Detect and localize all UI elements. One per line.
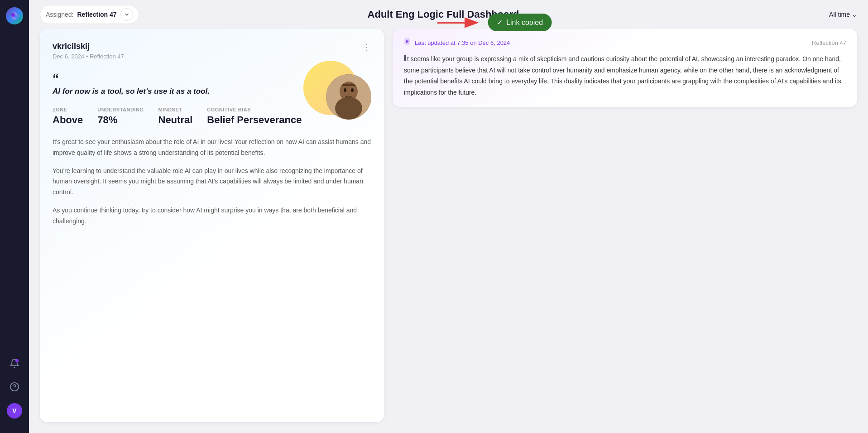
card-date: Dec 6, 2024 <box>53 53 84 60</box>
doc-icon <box>404 38 411 47</box>
last-updated: Last updated at 7:35 on Dec 6, 2024 <box>415 39 510 46</box>
cognitive-bias-value: Belief Perseverance <box>207 114 302 126</box>
understanding-label: UNDERSTANDING <box>97 107 144 112</box>
check-icon: ✓ <box>497 18 503 27</box>
cognitive-bias-label: COGNITIVE BIAS <box>207 107 302 112</box>
feedback-p1: It's great to see your enthusiasm about … <box>53 137 371 159</box>
card-header: vkricilskij Dec 6, 2024 • Reflection 47 … <box>53 42 371 60</box>
card-header-left: vkricilskij Dec 6, 2024 • Reflection 47 <box>53 42 124 60</box>
mindset-value: Neutral <box>158 114 193 126</box>
sidebar-bottom: V <box>7 356 22 426</box>
assigned-value: Reflection 47 <box>77 11 116 18</box>
summary-text: It seems like your group is expressing a… <box>404 53 846 98</box>
card-reflection: Reflection 47 <box>90 53 124 60</box>
link-copied-toast: ✓ Link copied <box>488 14 552 31</box>
metric-zone: ZONE Above <box>53 107 83 126</box>
sidebar-top <box>6 7 23 24</box>
card-meta: Dec 6, 2024 • Reflection 47 <box>53 53 124 60</box>
summary-card: Last updated at 7:35 on Dec 6, 2024 Refl… <box>393 29 857 107</box>
svg-point-12 <box>351 88 354 92</box>
help-icon[interactable] <box>7 380 22 394</box>
topbar: Assigned: Reflection 47 Adult Eng Logic … <box>29 0 868 29</box>
zone-label: ZONE <box>53 107 83 112</box>
svg-point-10 <box>335 97 362 120</box>
time-filter-label: All time <box>829 11 850 18</box>
user-avatar-sidebar[interactable]: V <box>7 403 22 419</box>
user-avatar <box>326 74 371 120</box>
assigned-dropdown[interactable]: Assigned: Reflection 47 <box>40 5 139 24</box>
assigned-dropdown-button[interactable] <box>120 8 133 21</box>
app-logo[interactable] <box>6 7 23 24</box>
metric-mindset: MINDSET Neutral <box>158 107 193 126</box>
time-filter-chevron: ⌄ <box>852 11 857 18</box>
feedback-p3: As you continue thinking today, try to c… <box>53 205 371 227</box>
reflection-badge: Reflection 47 <box>812 39 846 46</box>
assigned-label: Assigned: <box>46 11 73 18</box>
summary-header-left: Last updated at 7:35 on Dec 6, 2024 <box>404 38 510 47</box>
svg-point-1 <box>11 13 15 17</box>
svg-point-2 <box>14 15 17 18</box>
link-copied-label: Link copied <box>506 19 543 27</box>
notification-icon[interactable] <box>7 356 22 370</box>
left-panel: vkricilskij Dec 6, 2024 • Reflection 47 … <box>40 29 384 422</box>
time-filter[interactable]: All time ⌄ <box>829 11 857 18</box>
right-panel: Last updated at 7:35 on Dec 6, 2024 Refl… <box>393 29 857 422</box>
link-copied-container: ✓ Link copied <box>437 14 552 31</box>
zone-value: Above <box>53 114 83 126</box>
sidebar: V <box>0 0 29 433</box>
svg-point-3 <box>15 359 19 362</box>
more-options-icon[interactable]: ⋮ <box>362 42 371 53</box>
metric-understanding: UNDERSTANDING 78% <box>97 107 144 126</box>
understanding-value: 78% <box>97 114 144 126</box>
card-separator: • <box>86 53 90 60</box>
content-area: vkricilskij Dec 6, 2024 • Reflection 47 … <box>29 29 868 433</box>
arrow-icon <box>437 14 482 31</box>
avatar-container <box>326 65 371 111</box>
summary-header: Last updated at 7:35 on Dec 6, 2024 Refl… <box>404 38 846 47</box>
summary-first-letter: I <box>404 53 406 64</box>
svg-point-11 <box>344 88 346 92</box>
feedback-p2: You're learning to understand the valuab… <box>53 166 371 198</box>
summary-body: t seems like your group is expressing a … <box>404 55 841 96</box>
user-name: vkricilskij <box>53 42 124 51</box>
main-content: Assigned: Reflection 47 Adult Eng Logic … <box>29 0 868 433</box>
metric-cognitive-bias: COGNITIVE BIAS Belief Perseverance <box>207 107 302 126</box>
reflection-card: vkricilskij Dec 6, 2024 • Reflection 47 … <box>40 29 384 422</box>
mindset-label: MINDSET <box>158 107 193 112</box>
